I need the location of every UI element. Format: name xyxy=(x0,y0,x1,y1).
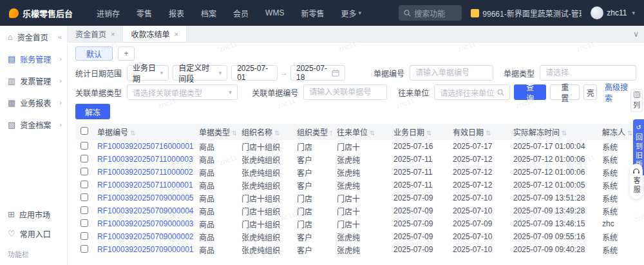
reset-button[interactable]: 重置 xyxy=(550,84,580,100)
add-view-button[interactable]: + xyxy=(118,46,135,61)
date-type-select[interactable]: 业务日期 ▾ xyxy=(127,65,169,81)
nav-item-archives[interactable]: 档案 xyxy=(193,0,225,26)
sort-icon[interactable]: ⇅ xyxy=(330,130,332,137)
column-header-partner[interactable]: 往来单位⇅ xyxy=(332,124,388,140)
query-button[interactable]: 查询 xyxy=(514,84,546,100)
column-header-doc_no[interactable]: 单据编号⇅ xyxy=(92,124,194,140)
cell-doc_no[interactable]: RF10003920250711000002 xyxy=(92,166,194,179)
cell-biz_date: 2025-07-09 xyxy=(388,243,448,256)
date-start-input[interactable]: 2025-07-01 xyxy=(231,65,278,81)
related-type-placeholder: 请选择关联单据类型 xyxy=(133,87,202,98)
row-checkbox[interactable] xyxy=(80,206,88,214)
chevron-down-icon: ▾ xyxy=(358,10,361,16)
doc-type-input[interactable] xyxy=(540,65,636,81)
sidebar-item-accounting[interactable]: ▤ 账务管理 › xyxy=(0,48,67,70)
column-header-unfreeze_by[interactable]: 解冻人⇅ xyxy=(597,124,636,140)
row-checkbox[interactable] xyxy=(80,193,88,201)
view-tab-default[interactable]: 默认 xyxy=(75,46,113,61)
row-checkbox[interactable] xyxy=(80,245,88,253)
cell-unfreeze_time: 2025-07-12 01:00:06 xyxy=(508,166,597,179)
sort-icon[interactable]: ⇅ xyxy=(562,130,567,137)
sidebar-item-app-market[interactable]: ⊞ 应用市场 xyxy=(0,204,67,224)
sort-icon[interactable]: ⇅ xyxy=(370,130,375,137)
nav-item-members[interactable]: 会员 xyxy=(225,0,257,26)
cell-doc_no[interactable]: RF10003920250709000004 xyxy=(92,204,194,217)
row-checkbox[interactable] xyxy=(80,232,88,240)
cell-doc_no[interactable]: RF10003920250709000002 xyxy=(92,230,194,243)
chevron-down-icon: ▾ xyxy=(225,89,232,95)
doc-no-input[interactable] xyxy=(410,65,493,81)
cell-doc_type: 商品 xyxy=(194,166,236,179)
nav-item-more[interactable]: 更多 ▾ xyxy=(332,0,370,26)
global-search-input[interactable]: 搜索功能 xyxy=(399,5,462,21)
select-all-checkbox[interactable] xyxy=(80,127,88,135)
tenant-switcher[interactable]: 99661-新界面里蔬菜测试-管理... xyxy=(471,8,582,19)
related-type-select[interactable]: 请选择关联单据类型 ▾ xyxy=(127,84,238,100)
select-all-header xyxy=(75,124,92,140)
sidebar-item-funds-archive[interactable]: ▧ 资金档案 › xyxy=(0,113,67,135)
column-header-biz_date[interactable]: 业务日期⇅ xyxy=(388,124,448,140)
sort-icon[interactable]: ⇅ xyxy=(274,130,279,137)
sidebar-item-business-reports[interactable]: ▦ 业务报表 › xyxy=(0,92,67,113)
search-icon[interactable] xyxy=(497,89,504,96)
close-icon[interactable]: × xyxy=(111,30,115,38)
cell-org_name: 门店十组织 xyxy=(236,204,292,217)
sidebar-item-funds-home[interactable]: ⌂ 资金首页 « xyxy=(0,26,67,48)
cell-doc_no[interactable]: RF10003920250709000003 xyxy=(92,217,194,230)
column-header-valid_date[interactable]: 有效日期⇅ xyxy=(448,124,508,140)
sort-icon[interactable]: ⇅ xyxy=(130,130,135,137)
cell-doc_no[interactable]: RF10003920250709000001 xyxy=(92,243,194,256)
cell-org_name: 门店十组织 xyxy=(236,217,292,230)
tabs-dropdown-icon[interactable]: ∨ xyxy=(633,26,639,42)
tab-receipt-freeze-orders[interactable]: 收款冻结单 × xyxy=(123,26,186,42)
column-header-org_name[interactable]: 组织名称⇅ xyxy=(236,124,292,140)
sort-icon[interactable]: ⇅ xyxy=(486,130,491,137)
unfreeze-button[interactable]: 解冻 xyxy=(75,104,110,119)
collapse-sidebar-icon[interactable]: « xyxy=(58,33,62,41)
partner-input[interactable]: 请选择往来单位 xyxy=(434,84,510,100)
tab-bar: 资金首页 × 收款冻结单 × ∨ xyxy=(68,26,644,43)
app-logo[interactable]: 乐檬零售后台 xyxy=(9,7,73,19)
column-settings-button[interactable]: 列 xyxy=(630,89,643,112)
nav-item-retail[interactable]: 零售 xyxy=(128,0,160,26)
tab-funds-home[interactable]: 资金首页 × xyxy=(68,26,123,42)
nav-item-reports[interactable]: 报表 xyxy=(160,0,193,26)
date-end-input[interactable]: 2025-07-18 xyxy=(290,65,345,81)
nav-item-inventory[interactable]: 进销存 xyxy=(88,0,128,26)
customer-service-button[interactable]: 客服 xyxy=(630,164,643,199)
column-header-unfreeze_time[interactable]: 实际解冻时间⇅ xyxy=(508,124,597,140)
action-bar: 解冻 xyxy=(75,104,636,119)
column-header-doc_type[interactable]: 单据类型⇅ xyxy=(194,124,236,140)
cell-doc_no[interactable]: RF10003920250709000005 xyxy=(92,191,194,204)
app-market-icon: ⊞ xyxy=(8,210,15,219)
row-checkbox[interactable] xyxy=(80,219,88,227)
row-checkbox[interactable] xyxy=(80,155,88,162)
user-menu[interactable]: zhc11 ▾ xyxy=(591,6,635,19)
cell-biz_date: 2025-07-09 xyxy=(388,217,448,230)
cell-doc_type: 商品 xyxy=(194,153,236,166)
sort-icon[interactable]: ⇅ xyxy=(426,130,431,137)
close-icon[interactable]: × xyxy=(174,30,178,38)
sort-icon[interactable]: ⇅ xyxy=(232,130,236,137)
nav-item-wms[interactable]: WMS xyxy=(257,0,292,26)
top-nav: 进销存 零售 报表 档案 会员 WMS 新零售 更多 ▾ xyxy=(88,0,370,26)
row-checkbox-cell xyxy=(75,217,92,230)
cell-doc_no[interactable]: RF10003920250711000001 xyxy=(92,179,194,191)
app-title: 乐檬零售后台 xyxy=(23,7,73,19)
cell-doc_no[interactable]: RF10003920250711000003 xyxy=(92,153,194,166)
display-toggle-button[interactable]: 亮 xyxy=(583,84,597,100)
sidebar-item-favorites[interactable]: ♡ 常用入口 xyxy=(0,224,67,243)
row-checkbox[interactable] xyxy=(80,168,88,175)
row-checkbox[interactable] xyxy=(80,142,88,150)
chevron-right-icon: › xyxy=(59,77,62,84)
sidebar-item-invoices[interactable]: ▥ 发票管理 › xyxy=(0,70,67,92)
column-header-org_type[interactable]: 组织类型⇅ xyxy=(292,124,332,140)
cell-biz_date: 2025-07-09 xyxy=(388,230,448,243)
period-type-select[interactable]: 自定义时间段 ▾ xyxy=(173,65,227,81)
cell-doc_no[interactable]: RF10003920250716000001 xyxy=(92,140,194,153)
nav-item-new-retail[interactable]: 新零售 xyxy=(292,0,332,26)
sort-icon[interactable]: ⇅ xyxy=(627,130,632,137)
related-no-input[interactable] xyxy=(303,84,387,100)
table-row: RF10003920250709000002商品张虎纯组织客户张虎纯2025-0… xyxy=(75,230,636,243)
row-checkbox[interactable] xyxy=(80,181,88,188)
